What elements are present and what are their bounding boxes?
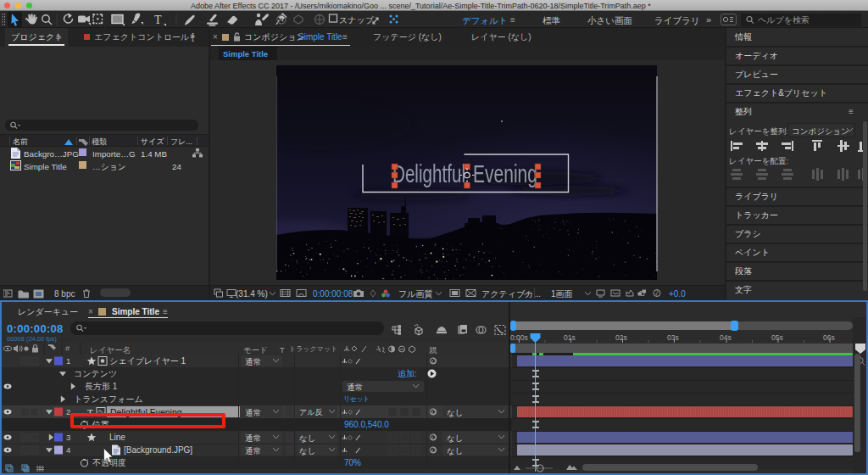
svg-text:4: 4 bbox=[66, 445, 70, 455]
svg-text:T: T bbox=[154, 14, 162, 26]
svg-text:Evening: Evening bbox=[473, 159, 537, 187]
svg-text:1: 1 bbox=[66, 356, 70, 366]
svg-text:#: # bbox=[65, 344, 70, 353]
svg-text:3: 3 bbox=[66, 433, 70, 442]
svg-text:Delightful: Delightful bbox=[392, 159, 465, 187]
